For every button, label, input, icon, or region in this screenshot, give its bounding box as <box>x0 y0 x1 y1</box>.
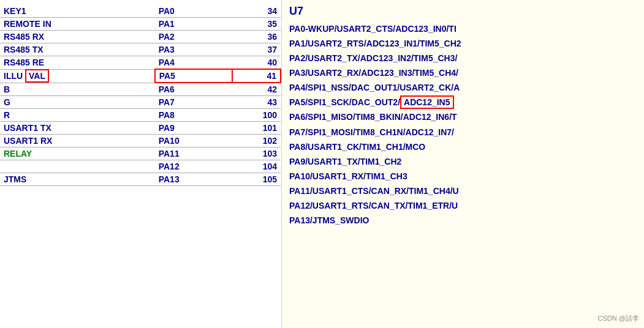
table-row: KEY1PA034 <box>0 5 281 18</box>
pin-name-cell: REMOTE IN <box>0 18 155 31</box>
pin-name-cell: RS485 RX <box>0 31 155 43</box>
pin-description-line: PA12/USART1_RTS/CAN_TX/TIM1_ETR/U <box>289 198 637 213</box>
pin-description-line: PA1/USART2_RTS/ADC123_IN1/TIM5_CH2 <box>289 36 637 51</box>
pin-port-cell: PA6 <box>155 83 232 96</box>
pin-port-cell: PA4 <box>155 56 232 70</box>
right-panel: U7 PA0-WKUP/USART2_CTS/ADC123_IN0/TIPA1/… <box>282 0 644 328</box>
highlighted-pin-text: ADC12_IN5 <box>400 95 453 109</box>
pin-descriptions: PA0-WKUP/USART2_CTS/ADC123_IN0/TIPA1/USA… <box>289 21 637 228</box>
pin-name-cell: RELAY <box>0 147 155 160</box>
table-row: BPA642 <box>0 83 281 96</box>
table-row: RS485 RXPA236 <box>0 31 281 43</box>
pin-num-cell: 43 <box>232 96 281 109</box>
pin-port-cell: PA0 <box>155 5 232 18</box>
pin-name-cell: JTMS <box>0 173 155 186</box>
pin-num-cell: 102 <box>232 135 281 147</box>
pin-num-cell: 100 <box>232 109 281 122</box>
watermark: CSDN @話李 <box>598 314 639 323</box>
pin-port-cell: PA3 <box>155 43 232 56</box>
pin-description-line: PA0-WKUP/USART2_CTS/ADC123_IN0/TI <box>289 21 637 36</box>
pin-num-cell: 36 <box>232 31 281 43</box>
table-row: JTMSPA13105 <box>0 173 281 186</box>
table-row: USART1 RXPA10102 <box>0 135 281 147</box>
pin-port-cell: PA11 <box>155 147 232 160</box>
pin-port-cell: PA1 <box>155 18 232 31</box>
pin-description-line: PA7/SPI1_MOSI/TIM8_CH1N/ADC12_IN7/ <box>289 125 637 140</box>
pin-name-cell: KEY1 <box>0 5 155 18</box>
pin-name-cell: RS485 TX <box>0 43 155 56</box>
pin-description-line: PA9/USART1_TX/TIM1_CH2 <box>289 154 637 169</box>
pin-name-cell: B <box>0 83 155 96</box>
pin-name-cell: G <box>0 96 155 109</box>
pin-num-cell: 35 <box>232 18 281 31</box>
pin-port-cell: PA10 <box>155 135 232 147</box>
pin-port-cell: PA12 <box>155 160 232 173</box>
pin-port-cell: PA13 <box>155 173 232 186</box>
pin-port-cell: PA7 <box>155 96 232 109</box>
table-row: RPA8100 <box>0 109 281 122</box>
table-row: USART1 TXPA9101 <box>0 122 281 135</box>
pin-num-cell: 41 <box>232 69 281 83</box>
pin-description-line: PA3/USART2_RX/ADC123_IN3/TIM5_CH4/ <box>289 65 637 80</box>
pin-port-cell: PA5 <box>155 69 232 83</box>
table-row: PA12104 <box>0 160 281 173</box>
pin-name-cell: RS485 RE <box>0 56 155 70</box>
pin-description-line: PA13/JTMS_SWDIO <box>289 213 637 228</box>
u7-label: U7 <box>289 5 637 18</box>
pin-description-line: PA10/USART1_RX/TIM1_CH3 <box>289 169 637 184</box>
pin-table: KEY1PA034REMOTE INPA135RS485 RXPA236RS48… <box>0 5 281 186</box>
table-row: ILLU VALPA541 <box>0 69 281 83</box>
pin-name-cell: R <box>0 109 155 122</box>
pin-name-cell: ILLU VAL <box>0 69 155 83</box>
table-row: RS485 TXPA337 <box>0 43 281 56</box>
pin-name-cell: USART1 TX <box>0 122 155 135</box>
pin-num-cell: 37 <box>232 43 281 56</box>
pin-port-cell: PA8 <box>155 109 232 122</box>
pin-description-line: PA8/USART1_CK/TIM1_CH1/MCO <box>289 140 637 154</box>
pin-num-cell: 40 <box>232 56 281 70</box>
pin-num-cell: 34 <box>232 5 281 18</box>
table-row: REMOTE INPA135 <box>0 18 281 31</box>
pin-num-cell: 104 <box>232 160 281 173</box>
pin-description-line: PA6/SPI1_MISO/TIM8_BKIN/ADC12_IN6/T <box>289 110 637 124</box>
pin-num-cell: 101 <box>232 122 281 135</box>
table-row: RS485 REPA440 <box>0 56 281 70</box>
pin-num-cell: 42 <box>232 83 281 96</box>
pin-port-cell: PA2 <box>155 31 232 43</box>
pin-description-line: PA11/USART1_CTS/CAN_RX/TIM1_CH4/U <box>289 184 637 198</box>
left-panel: KEY1PA034REMOTE INPA135RS485 RXPA236RS48… <box>0 0 282 328</box>
pin-name-cell <box>0 160 155 173</box>
pin-description-line: PA4/SPI1_NSS/DAC_OUT1/USART2_CK/A <box>289 80 637 95</box>
pin-text-before: PA5/SPI1_SCK/DAC_OUT2/ <box>289 97 400 107</box>
pin-num-cell: 105 <box>232 173 281 186</box>
pin-description-line: PA5/SPI1_SCK/DAC_OUT2/ADC12_IN5 <box>289 95 637 110</box>
table-row: RELAYPA11103 <box>0 147 281 160</box>
table-row: GPA743 <box>0 96 281 109</box>
pin-port-cell: PA9 <box>155 122 232 135</box>
pin-description-line: PA2/USART2_TX/ADC123_IN2/TIM5_CH3/ <box>289 51 637 65</box>
pin-name-cell: USART1 RX <box>0 135 155 147</box>
pin-num-cell: 103 <box>232 147 281 160</box>
highlighted-name: VAL <box>25 69 49 83</box>
